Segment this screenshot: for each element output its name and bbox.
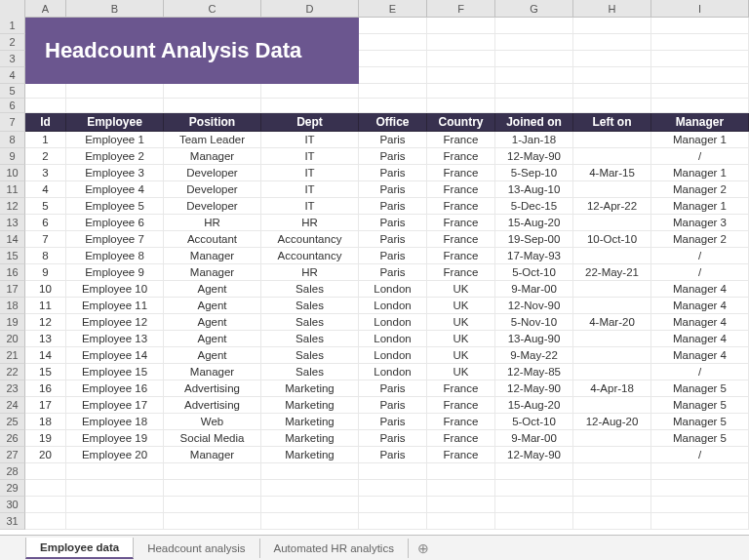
data-cell[interactable]: [573, 248, 651, 264]
table-header-cell[interactable]: Position: [164, 113, 261, 132]
data-cell[interactable]: HR: [261, 215, 359, 231]
cell-empty[interactable]: [25, 84, 66, 99]
row-header[interactable]: 20: [0, 331, 25, 347]
data-cell[interactable]: 1: [25, 132, 66, 148]
data-cell[interactable]: Employee 12: [66, 314, 164, 331]
sheet-tab[interactable]: Headcount analysis: [133, 539, 259, 558]
cell-empty[interactable]: [573, 18, 651, 34]
cell-empty[interactable]: [573, 67, 651, 84]
data-cell[interactable]: 6: [25, 215, 66, 231]
cell-empty[interactable]: [359, 513, 427, 530]
data-cell[interactable]: Sales: [261, 281, 359, 298]
data-cell[interactable]: Paris: [359, 380, 427, 397]
data-cell[interactable]: Manager 4: [651, 331, 749, 347]
row-header[interactable]: 25: [0, 414, 25, 430]
table-header-cell[interactable]: Country: [427, 113, 495, 132]
data-cell[interactable]: Manager: [164, 364, 261, 380]
cell-empty[interactable]: [495, 67, 573, 84]
cell-empty[interactable]: [427, 84, 495, 99]
data-cell[interactable]: HR: [164, 215, 261, 231]
data-cell[interactable]: Manager: [164, 248, 261, 264]
data-cell[interactable]: Developer: [164, 198, 261, 215]
data-cell[interactable]: Employee 4: [66, 181, 164, 198]
data-cell[interactable]: 18: [25, 414, 66, 430]
data-cell[interactable]: Manager: [164, 447, 261, 463]
data-cell[interactable]: 12-May-90: [495, 148, 573, 165]
cell-empty[interactable]: [359, 463, 427, 480]
data-cell[interactable]: France: [427, 430, 495, 447]
data-cell[interactable]: /: [651, 264, 749, 281]
col-header[interactable]: H: [573, 0, 651, 18]
data-cell[interactable]: Employee 1: [66, 132, 164, 148]
cell-empty[interactable]: [66, 480, 164, 497]
cell-empty[interactable]: [25, 99, 66, 113]
data-cell[interactable]: France: [427, 231, 495, 248]
add-sheet-button[interactable]: ⊕: [408, 539, 439, 558]
data-cell[interactable]: Advertising: [164, 380, 261, 397]
cell-empty[interactable]: [495, 497, 573, 513]
cell-empty[interactable]: [651, 513, 749, 530]
cell-empty[interactable]: [25, 480, 66, 497]
data-cell[interactable]: 2: [25, 148, 66, 165]
data-cell[interactable]: Sales: [261, 314, 359, 331]
row-header[interactable]: 23: [0, 380, 25, 397]
data-cell[interactable]: 19: [25, 430, 66, 447]
data-cell[interactable]: 15: [25, 364, 66, 380]
row-header[interactable]: 30: [0, 497, 25, 513]
data-cell[interactable]: Employee 13: [66, 331, 164, 347]
data-cell[interactable]: [573, 281, 651, 298]
data-cell[interactable]: 5-Nov-10: [495, 314, 573, 331]
data-cell[interactable]: 3: [25, 165, 66, 181]
cell-empty[interactable]: [573, 51, 651, 67]
data-cell[interactable]: Agent: [164, 298, 261, 314]
cell-empty[interactable]: [427, 99, 495, 113]
data-cell[interactable]: Manager 4: [651, 281, 749, 298]
cell-empty[interactable]: [427, 51, 495, 67]
cell-empty[interactable]: [651, 99, 749, 113]
data-cell[interactable]: Employee 16: [66, 380, 164, 397]
row-header[interactable]: 21: [0, 347, 25, 364]
cell-empty[interactable]: [164, 84, 261, 99]
cell-empty[interactable]: [164, 99, 261, 113]
row-header[interactable]: 13: [0, 215, 25, 231]
data-cell[interactable]: Manager 2: [651, 181, 749, 198]
cell-empty[interactable]: [359, 67, 427, 84]
data-cell[interactable]: Employee 9: [66, 264, 164, 281]
cell-empty[interactable]: [261, 497, 359, 513]
data-cell[interactable]: France: [427, 165, 495, 181]
row-header[interactable]: 14: [0, 231, 25, 248]
row-header[interactable]: 3: [0, 51, 25, 67]
cell-empty[interactable]: [427, 497, 495, 513]
cell-empty[interactable]: [164, 480, 261, 497]
data-cell[interactable]: Marketing: [261, 397, 359, 414]
data-cell[interactable]: Sales: [261, 331, 359, 347]
data-cell[interactable]: Employee 7: [66, 231, 164, 248]
data-cell[interactable]: Employee 18: [66, 414, 164, 430]
table-header-cell[interactable]: Joined on: [495, 113, 573, 132]
data-cell[interactable]: Paris: [359, 264, 427, 281]
row-header[interactable]: 18: [0, 298, 25, 314]
data-cell[interactable]: London: [359, 347, 427, 364]
row-header[interactable]: 9: [0, 148, 25, 165]
data-cell[interactable]: 19-Sep-00: [495, 231, 573, 248]
data-cell[interactable]: [573, 215, 651, 231]
row-header[interactable]: 24: [0, 397, 25, 414]
data-cell[interactable]: Employee 14: [66, 347, 164, 364]
table-header-cell[interactable]: Employee: [66, 113, 164, 132]
cell-empty[interactable]: [359, 497, 427, 513]
cell-empty[interactable]: [66, 497, 164, 513]
data-cell[interactable]: 4-Mar-15: [573, 165, 651, 181]
cell-empty[interactable]: [651, 463, 749, 480]
data-cell[interactable]: Paris: [359, 165, 427, 181]
row-header[interactable]: 29: [0, 480, 25, 497]
data-cell[interactable]: 22-May-21: [573, 264, 651, 281]
sheet-tab-active[interactable]: Employee data: [25, 538, 134, 559]
data-cell[interactable]: Employee 11: [66, 298, 164, 314]
data-cell[interactable]: Employee 20: [66, 447, 164, 463]
data-cell[interactable]: UK: [427, 314, 495, 331]
data-cell[interactable]: /: [651, 364, 749, 380]
cell-empty[interactable]: [573, 84, 651, 99]
data-cell[interactable]: Employee 17: [66, 397, 164, 414]
data-cell[interactable]: Agent: [164, 331, 261, 347]
data-cell[interactable]: 13-Aug-10: [495, 181, 573, 198]
